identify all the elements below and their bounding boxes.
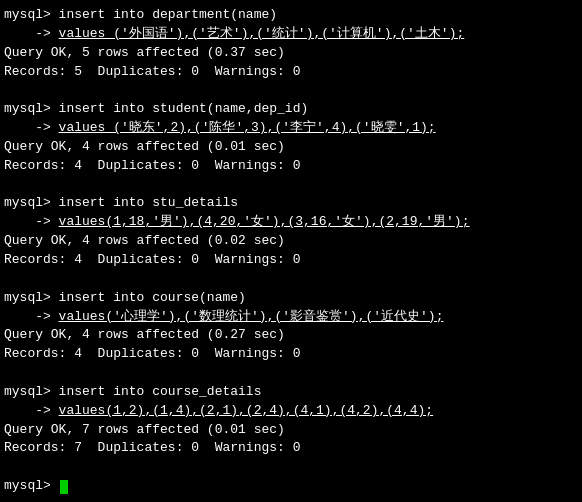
block5-continuation: -> values(1,2),(1,4),(2,1),(2,4),(4,1),(… <box>4 402 578 421</box>
terminal: mysql> insert into department(name) -> v… <box>0 0 582 502</box>
block2-prompt: mysql> insert into student(name,dep_id) <box>4 100 578 119</box>
final-prompt-text: mysql> <box>4 477 59 496</box>
block5-records: Records: 7 Duplicates: 0 Warnings: 0 <box>4 439 578 458</box>
blank2 <box>4 176 578 195</box>
blank1 <box>4 81 578 100</box>
block3-queryok: Query OK, 4 rows affected (0.02 sec) <box>4 232 578 251</box>
block5-prompt: mysql> insert into course_details <box>4 383 578 402</box>
blank5 <box>4 458 578 477</box>
block3-records: Records: 4 Duplicates: 0 Warnings: 0 <box>4 251 578 270</box>
block1-records: Records: 5 Duplicates: 0 Warnings: 0 <box>4 63 578 82</box>
block2-records: Records: 4 Duplicates: 0 Warnings: 0 <box>4 157 578 176</box>
block1-sql: values ('外国语'),('艺术'),('统计'),('计算机'),('土… <box>59 26 465 41</box>
block1-continuation: -> values ('外国语'),('艺术'),('统计'),('计算机'),… <box>4 25 578 44</box>
block4-prompt: mysql> insert into course(name) <box>4 289 578 308</box>
cursor-block <box>60 480 68 494</box>
block2-queryok: Query OK, 4 rows affected (0.01 sec) <box>4 138 578 157</box>
block4-queryok: Query OK, 4 rows affected (0.27 sec) <box>4 326 578 345</box>
blank3 <box>4 270 578 289</box>
block1-queryok: Query OK, 5 rows affected (0.37 sec) <box>4 44 578 63</box>
final-prompt-line: mysql> <box>4 477 578 496</box>
block5-sql: values(1,2),(1,4),(2,1),(2,4),(4,1),(4,2… <box>59 403 433 418</box>
block4-records: Records: 4 Duplicates: 0 Warnings: 0 <box>4 345 578 364</box>
block2-sql: values ('晓东',2),('陈华',3),('李宁',4),('晓雯',… <box>59 120 436 135</box>
block2-continuation: -> values ('晓东',2),('陈华',3),('李宁',4),('晓… <box>4 119 578 138</box>
block1-prompt: mysql> insert into department(name) <box>4 6 578 25</box>
block5-queryok: Query OK, 7 rows affected (0.01 sec) <box>4 421 578 440</box>
block3-sql: values(1,18,'男'),(4,20,'女'),(3,16,'女'),(… <box>59 214 470 229</box>
block4-sql: values('心理学'),('数理统计'),('影音鉴赏'),('近代史'); <box>59 309 444 324</box>
blank4 <box>4 364 578 383</box>
block4-continuation: -> values('心理学'),('数理统计'),('影音鉴赏'),('近代史… <box>4 308 578 327</box>
block3-continuation: -> values(1,18,'男'),(4,20,'女'),(3,16,'女'… <box>4 213 578 232</box>
block3-prompt: mysql> insert into stu_details <box>4 194 578 213</box>
